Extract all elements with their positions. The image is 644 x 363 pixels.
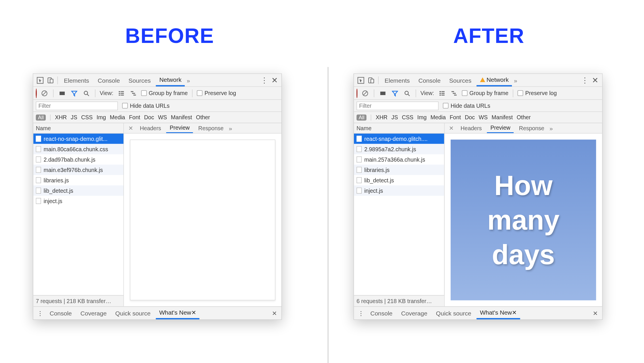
tab-sources[interactable]: Sources	[125, 74, 154, 87]
more-tabs-icon[interactable]: »	[187, 77, 190, 83]
record-icon[interactable]	[357, 89, 357, 97]
device-icon[interactable]	[46, 76, 55, 84]
filter-media[interactable]: Media	[110, 115, 125, 120]
request-row[interactable]: 2.dad97bab.chunk.js	[33, 154, 124, 165]
large-rows-icon[interactable]	[437, 89, 446, 97]
request-row[interactable]: main.80ca66ca.chunk.css	[33, 144, 124, 154]
detail-tab-response[interactable]: Response	[516, 123, 548, 133]
drawer-tab-quicksource[interactable]: Quick source	[432, 307, 475, 319]
preserve-log-checkbox[interactable]: Preserve log	[197, 90, 236, 96]
filter-manifest[interactable]: Manifest	[171, 115, 192, 120]
filter-all[interactable]: All	[36, 114, 46, 120]
filter-doc[interactable]: Doc	[144, 115, 154, 120]
detail-tab-preview[interactable]: Preview	[487, 123, 514, 133]
record-icon[interactable]	[36, 89, 37, 97]
large-rows-icon[interactable]	[117, 89, 125, 97]
filter-other[interactable]: Other	[196, 115, 210, 120]
drawer-tab-coverage[interactable]: Coverage	[398, 307, 431, 319]
filter-other[interactable]: Other	[517, 115, 531, 120]
filter-input[interactable]	[36, 101, 118, 110]
request-row[interactable]: main.257a366a.chunk.js	[354, 154, 444, 165]
filter-manifest[interactable]: Manifest	[491, 115, 513, 120]
filter-media[interactable]: Media	[430, 115, 446, 120]
column-header-name[interactable]: Name	[354, 123, 444, 134]
tab-elements[interactable]: Elements	[60, 74, 93, 87]
close-devtools-icon[interactable]: ✕	[270, 76, 279, 84]
filter-all[interactable]: All	[357, 114, 367, 120]
tab-console[interactable]: Console	[415, 74, 444, 87]
drawer-close-icon[interactable]: ✕	[591, 309, 600, 317]
detail-tab-headers[interactable]: Headers	[457, 123, 485, 133]
filter-font[interactable]: Font	[450, 115, 461, 120]
request-row[interactable]: react-no-snap-demo.glit...	[33, 134, 124, 144]
clear-icon[interactable]	[40, 89, 49, 97]
screenshot-icon[interactable]	[379, 89, 387, 97]
search-icon[interactable]	[403, 89, 411, 97]
waterfall-icon[interactable]	[129, 89, 138, 97]
file-icon	[357, 146, 362, 152]
tab-network[interactable]: Network	[156, 74, 185, 87]
drawer-tab-coverage[interactable]: Coverage	[77, 307, 110, 319]
filter-xhr[interactable]: XHR	[55, 115, 67, 120]
screenshot-icon[interactable]	[58, 89, 66, 97]
detail-tab-response[interactable]: Response	[195, 123, 227, 133]
column-header-name[interactable]: Name	[33, 123, 124, 134]
request-row[interactable]: libraries.js	[354, 165, 444, 175]
detail-tab-preview[interactable]: Preview	[166, 123, 193, 133]
tab-sources[interactable]: Sources	[446, 74, 475, 87]
filter-css[interactable]: CSS	[402, 115, 413, 120]
drawer-tab-console[interactable]: Console	[367, 307, 396, 319]
filter-ws[interactable]: WS	[158, 115, 167, 120]
request-row[interactable]: inject.js	[33, 196, 124, 206]
filter-icon[interactable]	[391, 89, 399, 97]
tab-network[interactable]: Network	[477, 74, 512, 87]
inspect-icon[interactable]	[36, 76, 45, 84]
kebab-icon[interactable]: ⋮	[260, 76, 268, 84]
tab-console[interactable]: Console	[94, 74, 123, 87]
filter-font[interactable]: Font	[129, 115, 140, 120]
request-row[interactable]: inject.js	[354, 186, 444, 196]
preserve-log-checkbox[interactable]: Preserve log	[517, 90, 557, 96]
drawer-close-icon[interactable]: ✕	[270, 309, 279, 317]
request-row[interactable]: lib_detect.js	[33, 186, 124, 196]
drawer-tab-whatsnew[interactable]: What's New ✕	[477, 307, 520, 319]
filter-js[interactable]: JS	[71, 115, 77, 120]
filter-css[interactable]: CSS	[81, 115, 93, 120]
close-detail-icon[interactable]: ✕	[127, 125, 135, 131]
close-detail-icon[interactable]: ✕	[447, 125, 456, 131]
filter-icon[interactable]	[70, 89, 79, 97]
detail-tab-headers[interactable]: Headers	[136, 123, 165, 133]
drawer-tab-console[interactable]: Console	[46, 307, 75, 319]
waterfall-icon[interactable]	[449, 89, 458, 97]
drawer-kebab-icon[interactable]: ⋮	[36, 309, 45, 317]
request-row[interactable]: libraries.js	[33, 175, 124, 186]
close-devtools-icon[interactable]: ✕	[591, 76, 600, 84]
filter-doc[interactable]: Doc	[465, 115, 475, 120]
request-row[interactable]: main.e3ef976b.chunk.js	[33, 165, 124, 175]
request-row[interactable]: lib_detect.js	[354, 175, 444, 186]
request-row[interactable]: 2.9895a7a2.chunk.js	[354, 144, 444, 154]
kebab-icon[interactable]: ⋮	[581, 76, 589, 84]
filter-ws[interactable]: WS	[479, 115, 487, 120]
inspect-icon[interactable]	[357, 76, 365, 84]
more-detail-tabs-icon[interactable]: »	[549, 125, 553, 131]
more-tabs-icon[interactable]: »	[514, 77, 517, 83]
filter-xhr[interactable]: XHR	[376, 115, 388, 120]
filter-img[interactable]: Img	[97, 115, 106, 120]
group-by-frame-checkbox[interactable]: Group by frame	[141, 90, 188, 96]
group-by-frame-checkbox[interactable]: Group by frame	[462, 90, 508, 96]
hide-data-urls-checkbox[interactable]: Hide data URLs	[443, 103, 490, 109]
tab-elements[interactable]: Elements	[381, 74, 414, 87]
drawer-tab-whatsnew[interactable]: What's New ✕	[156, 307, 199, 319]
request-row[interactable]: react-snap-demo.glitch....	[354, 134, 444, 144]
clear-icon[interactable]	[361, 89, 369, 97]
more-detail-tabs-icon[interactable]: »	[229, 125, 232, 131]
search-icon[interactable]	[82, 89, 91, 97]
filter-js[interactable]: JS	[391, 115, 398, 120]
hide-data-urls-checkbox[interactable]: Hide data URLs	[122, 103, 170, 109]
device-icon[interactable]	[367, 76, 376, 84]
filter-input[interactable]	[357, 101, 439, 110]
drawer-kebab-icon[interactable]: ⋮	[357, 309, 365, 317]
drawer-tab-quicksource[interactable]: Quick source	[112, 307, 154, 319]
filter-img[interactable]: Img	[417, 115, 427, 120]
